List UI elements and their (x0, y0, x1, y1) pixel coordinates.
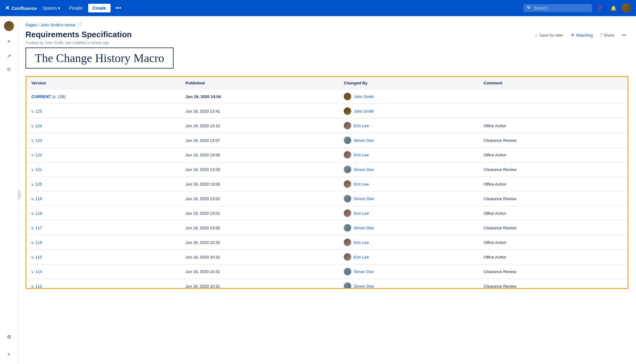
changed-by-cell: Simon Doe (339, 162, 479, 177)
version-link[interactable]: v. 122 (31, 153, 42, 157)
comment-cell: Office Action (479, 177, 628, 191)
changed-by-cell: Simon Doe (339, 264, 479, 279)
help-button[interactable]: ❓ (594, 3, 606, 13)
version-link[interactable]: v. 117 (31, 226, 42, 230)
version-link[interactable]: v. 124 (31, 124, 42, 128)
column-comment: Comment (479, 77, 628, 89)
version-link[interactable]: v. 115 (31, 255, 42, 259)
sidebar-icon-quote[interactable]: ❝ (3, 36, 15, 48)
people-button[interactable]: People (66, 4, 86, 12)
spaces-label: Spaces (43, 6, 57, 11)
breadcrumb: Pages / John Smith's Home 📄 (25, 22, 629, 27)
user-name-link[interactable]: Erin Lee (354, 124, 369, 128)
create-button[interactable]: Create (88, 4, 111, 12)
changed-by-cell: Erin Lee (339, 250, 479, 264)
user-name-link[interactable]: John Smith (354, 109, 374, 114)
breadcrumb-pages[interactable]: Pages (25, 23, 37, 27)
user-name-link[interactable]: Simon Doe (354, 269, 374, 274)
comment-cell: Office Action (479, 206, 628, 221)
version-cell: v. 118 (26, 206, 180, 221)
user-name-link[interactable]: Erin Lee (354, 153, 369, 157)
spaces-chevron-icon: ▾ (58, 6, 60, 11)
left-sidebar: ❝ ↗ ⎘ ⚙ » ‹ (0, 16, 18, 364)
table-row: v. 121Jun 19, 2020 13:03Simon DoeClearan… (26, 162, 628, 177)
user-avatar-john (344, 93, 351, 100)
comment-cell: Office Action (479, 235, 628, 250)
changed-by-cell: Erin Lee (339, 177, 479, 191)
page-actions: ☆ Save for later 👁 Watching ⤴ Share ••• (532, 30, 629, 39)
watching-button[interactable]: 👁 Watching (568, 31, 595, 39)
spaces-menu-button[interactable]: Spaces ▾ (39, 4, 64, 12)
published-cell: Jun 19, 2020 13:02 (180, 191, 339, 206)
star-icon: ☆ (534, 33, 538, 38)
search-container: 🔍 (524, 4, 592, 12)
version-cell: v. 117 (26, 221, 180, 235)
breadcrumb-home[interactable]: John Smith's Home (41, 23, 75, 27)
user-avatar-erin (344, 239, 351, 246)
confluence-logo[interactable]: ✕ Confluence (5, 5, 37, 11)
comment-cell: Clearance Review (479, 264, 628, 279)
version-link[interactable]: v. 119 (31, 196, 42, 201)
user-name-link[interactable]: Erin Lee (354, 182, 369, 186)
version-link[interactable]: v. 120 (31, 182, 42, 186)
sidebar-icon-settings[interactable]: ⚙ (3, 330, 15, 343)
user-name-link[interactable]: Simon Doe (354, 284, 374, 288)
sidebar-user-avatar[interactable] (3, 20, 15, 32)
user-name-link[interactable]: Erin Lee (354, 211, 369, 216)
column-changed-by: Changed By (339, 77, 479, 89)
sidebar-collapse-handle[interactable]: ‹ (18, 190, 21, 200)
user-name-link[interactable]: Simon Doe (354, 226, 374, 230)
version-cell: v. 115 (26, 250, 180, 264)
version-link[interactable]: v. 121 (31, 167, 42, 172)
table-row: v. 115Jun 18, 2020 10:32Erin LeeOffice A… (26, 250, 628, 264)
page-title-section: Requirements Specification Created by Jo… (25, 30, 532, 45)
confluence-logo-text: Confluence (11, 6, 37, 11)
version-cell: v. 119 (26, 191, 180, 206)
version-link[interactable]: v. 125 (31, 109, 42, 114)
user-name-link[interactable]: John Smith (354, 94, 374, 99)
version-link[interactable]: v. 114 (31, 269, 42, 274)
more-icon: ••• (622, 33, 626, 38)
notifications-button[interactable]: 🔔 (608, 3, 619, 13)
column-version: Version (26, 77, 180, 89)
table-row: v. 125Jun 19, 2020 13:41John Smith (26, 104, 628, 119)
version-link[interactable]: v. 118 (31, 211, 42, 216)
user-name-link[interactable]: Erin Lee (354, 255, 369, 259)
column-published: Published (180, 77, 339, 89)
version-cell: v. 114 (26, 264, 180, 279)
table-row: v. 120Jun 19, 2020 13:03Erin LeeOffice A… (26, 177, 628, 191)
published-cell: Jun 19, 2020 13:01 (180, 206, 339, 221)
version-link[interactable]: v. 113 (31, 284, 42, 288)
user-name-link[interactable]: Erin Lee (354, 240, 369, 245)
version-cell: v. 123 (26, 133, 180, 148)
avatar-image (622, 3, 631, 13)
user-avatar[interactable] (622, 3, 631, 13)
sidebar-icon-expand[interactable]: » (3, 348, 15, 360)
sidebar-icon-export[interactable]: ↗ (3, 50, 15, 62)
sidebar-icon-template[interactable]: ⎘ (3, 63, 15, 76)
search-icon: 🔍 (527, 6, 532, 11)
user-avatar-erin (344, 151, 351, 159)
user-name-link[interactable]: Simon Doe (354, 138, 374, 143)
changed-by-cell: Erin Lee (339, 148, 479, 162)
published-cell: Jun 18, 2020 10:31 (180, 279, 339, 288)
table-wrapper[interactable]: Version Published Changed By Comment CUR… (26, 77, 628, 288)
page-meta: Created by John Smith, last modified a m… (25, 41, 532, 45)
change-history-table: Version Published Changed By Comment CUR… (26, 77, 628, 288)
comment-cell: Office Action (479, 148, 628, 162)
version-link[interactable]: v. 123 (31, 138, 42, 143)
changed-by-cell: John Smith (339, 104, 479, 119)
user-name-link[interactable]: Simon Doe (354, 196, 374, 201)
more-menu-button[interactable]: ••• (113, 3, 124, 13)
share-button[interactable]: ⤴ Share (598, 31, 617, 39)
version-link[interactable]: v. 116 (31, 240, 42, 245)
user-name-link[interactable]: Simon Doe (354, 167, 374, 172)
changed-by-cell: Simon Doe (339, 279, 479, 288)
search-input[interactable] (534, 6, 584, 11)
version-cell: v. 113 (26, 279, 180, 288)
version-cell: CURRENT (v. 126) (26, 89, 180, 104)
save-for-later-button[interactable]: ☆ Save for later (532, 31, 566, 39)
version-cell: v. 125 (26, 104, 180, 119)
more-actions-button[interactable]: ••• (619, 31, 629, 39)
comment-cell: Clearance Review (479, 191, 628, 206)
